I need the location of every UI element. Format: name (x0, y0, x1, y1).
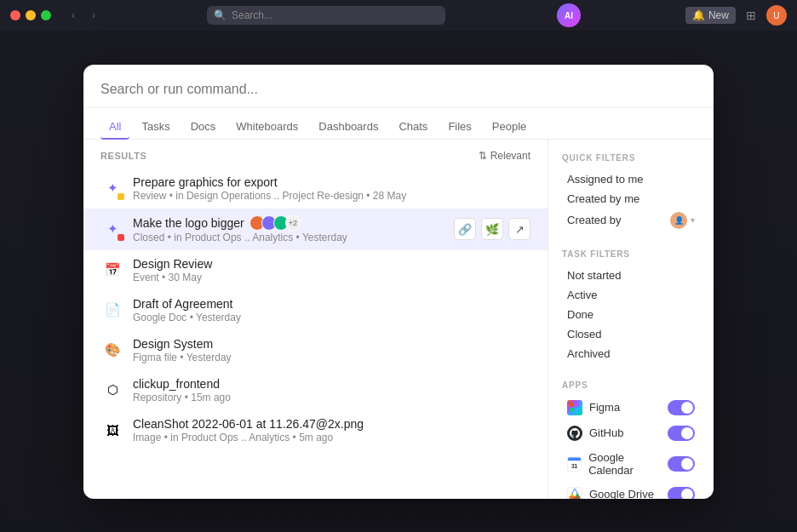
copy-link-button[interactable]: 🔗 (454, 218, 476, 240)
nav-arrows: ‹ › (65, 7, 102, 24)
branch-button[interactable]: 🌿 (481, 218, 503, 240)
result-title: Design System (133, 337, 530, 351)
created-by-avatar: 👤 (670, 212, 687, 229)
back-button[interactable]: ‹ (65, 7, 82, 24)
doc-icon: 📄 (100, 298, 124, 322)
tab-chats[interactable]: Chats (390, 115, 436, 140)
tab-dashboards[interactable]: Dashboards (310, 115, 387, 140)
tab-people[interactable]: People (484, 115, 535, 140)
modal-body: RESULTS ⇅ Relevant ✦Prepare graphics for… (83, 140, 714, 499)
ai-label: AI (565, 11, 573, 20)
titlebar-search[interactable]: 🔍 Search... (207, 6, 445, 25)
results-label: RESULTS (100, 151, 146, 161)
result-title: Draft of Agreement (133, 297, 530, 311)
tab-tasks[interactable]: Tasks (133, 115, 178, 140)
close-traffic-light[interactable] (10, 10, 20, 20)
result-meta: Review • in Design Operations .. Project… (133, 190, 530, 202)
svg-marker-10 (569, 496, 581, 499)
titlebar-right: 🔔 New ⊞ U (685, 5, 787, 26)
apps-title: APPS (562, 380, 700, 390)
result-title: CleanShot 2022-06-01 at 11.26.47@2x.png (133, 417, 530, 431)
app-google-drive: Google Drive (562, 483, 700, 499)
filter-not-started[interactable]: Not started (562, 266, 700, 285)
task-icon: ✦ (100, 217, 124, 241)
result-item[interactable]: ⬡clickup_frontendRepository • 15m ago (83, 370, 548, 410)
result-item[interactable]: 📄Draft of AgreementGoogle Doc • Yesterda… (83, 290, 548, 330)
result-item[interactable]: 📅Design ReviewEvent • 30 May (83, 250, 548, 290)
filter-done[interactable]: Done (562, 305, 700, 324)
result-title: clickup_frontend (133, 377, 530, 391)
results-list: ✦Prepare graphics for exportReview • in … (83, 169, 548, 450)
figma-icon (567, 400, 582, 415)
title-bar: ‹ › 🔍 Search... AI 🔔 New ⊞ U (0, 0, 797, 31)
search-input[interactable] (100, 82, 697, 107)
result-item[interactable]: 🎨Design SystemFigma file • Yesterday (83, 330, 548, 370)
filter-assigned-to-me[interactable]: Assigned to me (562, 169, 700, 189)
avatar-stack: +2 (249, 215, 301, 231)
figma-label: Figma (589, 401, 620, 414)
avatar-count: +2 (285, 215, 301, 231)
filter-closed[interactable]: Closed (562, 324, 700, 344)
figma-toggle[interactable] (668, 400, 695, 415)
filter-created-by[interactable]: Created by 👤 ▾ (562, 209, 700, 232)
bell-icon: 🔔 (692, 9, 705, 21)
forward-button[interactable]: › (85, 7, 102, 24)
google-drive-toggle[interactable] (668, 487, 695, 499)
ai-button[interactable]: AI (557, 3, 581, 27)
github-label: GitHub (589, 426, 623, 439)
svg-text:31: 31 (571, 462, 578, 468)
repo-icon: ⬡ (100, 378, 124, 402)
tab-files[interactable]: Files (439, 115, 479, 140)
results-header: RESULTS ⇅ Relevant (83, 150, 548, 169)
traffic-lights (10, 10, 51, 20)
task-icon: ✦ (100, 176, 124, 200)
google-drive-icon (567, 487, 582, 499)
sort-icon: ⇅ (479, 150, 487, 162)
result-meta: Figma file • Yesterday (133, 352, 530, 363)
minimize-traffic-light[interactable] (26, 10, 36, 20)
google-calendar-toggle[interactable] (668, 456, 695, 472)
app-figma: Figma (562, 397, 700, 419)
svg-rect-2 (575, 403, 579, 407)
result-item[interactable]: ✦Make the logo bigger+2Closed • in Produ… (83, 209, 548, 250)
quick-filters-section: QUICK FILTERS Assigned to me Created by … (562, 153, 700, 232)
tab-whiteboards[interactable]: Whiteboards (227, 115, 307, 140)
result-meta: Closed • in Product Ops .. Analytics • Y… (133, 232, 445, 243)
modal-search-area (83, 65, 714, 108)
filter-active[interactable]: Active (562, 285, 700, 305)
svg-rect-5 (568, 457, 581, 460)
sort-label: Relevant (490, 150, 530, 162)
svg-point-3 (575, 408, 579, 412)
result-meta: Image • in Product Ops .. Analytics • 5m… (133, 432, 530, 443)
modal-overlay: AllTasksDocsWhiteboardsDashboardsChatsFi… (0, 31, 797, 532)
sort-button[interactable]: ⇅ Relevant (479, 150, 530, 162)
filter-created-by-me[interactable]: Created by me (562, 189, 700, 209)
new-label: New (708, 9, 729, 21)
google-calendar-icon: 31 (567, 456, 582, 472)
new-button[interactable]: 🔔 New (685, 7, 736, 24)
github-toggle[interactable] (668, 426, 695, 441)
filter-archived[interactable]: Archived (562, 344, 700, 363)
task-filters-title: TASK FILTERS (562, 249, 700, 259)
chevron-down-icon: ▾ (691, 215, 695, 225)
svg-rect-0 (570, 403, 574, 407)
image-icon: 🖼 (100, 418, 124, 442)
search-icon: 🔍 (214, 9, 226, 21)
user-avatar[interactable]: U (766, 5, 787, 26)
github-icon (567, 426, 582, 441)
grid-icon[interactable]: ⊞ (743, 7, 760, 24)
tab-docs[interactable]: Docs (182, 115, 225, 140)
open-button[interactable]: ↗ (508, 218, 530, 240)
item-actions: 🔗🌿↗ (454, 218, 530, 240)
tab-all[interactable]: All (100, 115, 129, 140)
result-item[interactable]: ✦Prepare graphics for exportReview • in … (83, 169, 548, 209)
titlebar-search-text: Search... (232, 9, 272, 21)
result-title: Make the logo bigger+2 (133, 215, 445, 231)
result-meta: Repository • 15m ago (133, 392, 530, 403)
right-panel: QUICK FILTERS Assigned to me Created by … (548, 140, 714, 499)
app-github: GitHub (562, 422, 700, 444)
result-item[interactable]: 🖼CleanShot 2022-06-01 at 11.26.47@2x.png… (83, 410, 548, 450)
fullscreen-traffic-light[interactable] (41, 10, 51, 20)
quick-filters-title: QUICK FILTERS (562, 153, 700, 163)
task-filters-section: TASK FILTERS Not started Active Done Clo… (562, 249, 700, 363)
